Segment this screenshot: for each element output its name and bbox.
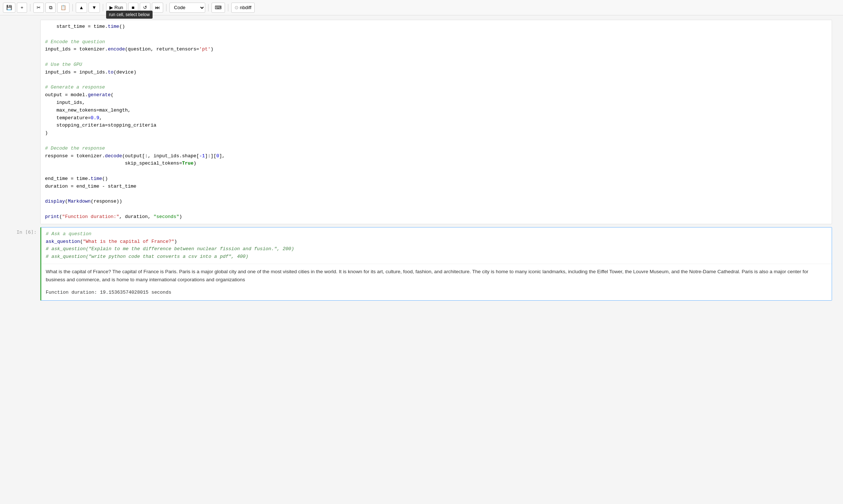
nbdiff-label: nbdiff <box>240 5 252 10</box>
cell-active-code[interactable]: # Ask a question ask_question("What is t… <box>41 227 832 264</box>
run-tooltip: run cell, select below <box>106 11 153 19</box>
cell-active-label: In [6]: <box>11 227 40 301</box>
run-label: Run <box>115 5 123 10</box>
run-button-container: ▶ Run run cell, select below <box>106 3 127 13</box>
output-text: What is the capital of France? The capit… <box>46 268 827 284</box>
cell-top-body[interactable]: start_time = time.time() # Encode the qu… <box>40 20 832 224</box>
toolbar: 💾 + ✂ ⧉ 📋 ▲ ▼ ▶ Run run cell, select bel… <box>0 0 843 15</box>
cut-button[interactable]: ✂ <box>33 3 44 13</box>
divider-4 <box>166 4 166 11</box>
cell-active-output: What is the capital of France? The capit… <box>41 264 832 300</box>
cell-top-code: start_time = time.time() # Encode the qu… <box>41 20 832 224</box>
divider-3 <box>103 4 103 11</box>
cell-top-label <box>11 20 40 224</box>
keyboard-button[interactable]: ⌨ <box>211 3 225 13</box>
skip-button[interactable]: ⏭ <box>152 3 163 13</box>
run-play-icon: ▶ <box>109 5 113 10</box>
cell-type-select[interactable]: Code Markdown Raw <box>169 3 205 13</box>
output-duration-text: Function duration: 19.15363574028015 sec… <box>46 290 171 295</box>
notebook: start_time = time.time() # Encode the qu… <box>0 15 843 305</box>
copy-button[interactable]: ⧉ <box>45 3 56 13</box>
cell-active[interactable]: In [6]: # Ask a question ask_question("W… <box>11 227 832 301</box>
nbdiff-button[interactable]: ⊙ nbdiff <box>231 3 255 13</box>
paste-button[interactable]: 📋 <box>57 3 70 13</box>
divider-6 <box>228 4 228 11</box>
output-duration: Function duration: 19.15363574028015 sec… <box>46 288 827 296</box>
move-down-button[interactable]: ▼ <box>89 3 100 13</box>
move-up-button[interactable]: ▲ <box>76 3 87 13</box>
cell-top: start_time = time.time() # Encode the qu… <box>11 20 832 224</box>
add-cell-button[interactable]: + <box>17 3 27 13</box>
cell-active-body[interactable]: # Ask a question ask_question("What is t… <box>40 227 832 301</box>
divider-5 <box>208 4 209 11</box>
divider-2 <box>72 4 73 11</box>
divider-1 <box>30 4 30 11</box>
nbdiff-circle-icon: ⊙ <box>235 5 239 10</box>
save-button[interactable]: 💾 <box>3 3 15 13</box>
